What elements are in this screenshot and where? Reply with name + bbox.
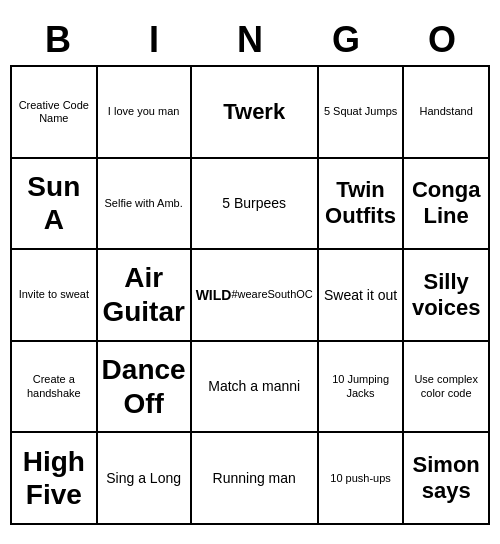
header-letter-b: B [10, 19, 106, 61]
bingo-cell-20: High Five [12, 433, 98, 525]
bingo-header: BINGO [10, 19, 490, 61]
bingo-cell-1: I love you man [98, 67, 192, 159]
bingo-cell-19: Use complex color code [404, 342, 490, 434]
bingo-cell-21: Sing a Long [98, 433, 192, 525]
bingo-cell-8: Twin Outfits [319, 159, 405, 251]
bingo-cell-0: Creative Code Name [12, 67, 98, 159]
header-letter-n: N [202, 19, 298, 61]
bingo-cell-16: Dance Off [98, 342, 192, 434]
bingo-cell-13: Sweat it out [319, 250, 405, 342]
bingo-card: BINGO Creative Code NameI love you manTw… [10, 19, 490, 525]
bingo-cell-4: Handstand [404, 67, 490, 159]
bingo-cell-12: WILD#weareSouthOC [192, 250, 319, 342]
bingo-cell-23: 10 push-ups [319, 433, 405, 525]
bingo-cell-2: Twerk [192, 67, 319, 159]
bingo-cell-11: Air Guitar [98, 250, 192, 342]
bingo-grid: Creative Code NameI love you manTwerk5 S… [10, 65, 490, 525]
bingo-cell-3: 5 Squat Jumps [319, 67, 405, 159]
bingo-cell-17: Match a manni [192, 342, 319, 434]
bingo-cell-5: Sun A [12, 159, 98, 251]
bingo-cell-9: Conga Line [404, 159, 490, 251]
bingo-cell-15: Create a handshake [12, 342, 98, 434]
bingo-cell-10: Invite to sweat [12, 250, 98, 342]
bingo-cell-24: Simon says [404, 433, 490, 525]
bingo-cell-6: Selfie with Amb. [98, 159, 192, 251]
bingo-cell-18: 10 Jumping Jacks [319, 342, 405, 434]
header-letter-i: I [106, 19, 202, 61]
bingo-cell-22: Running man [192, 433, 319, 525]
bingo-cell-14: Silly voices [404, 250, 490, 342]
header-letter-o: O [394, 19, 490, 61]
bingo-cell-7: 5 Burpees [192, 159, 319, 251]
header-letter-g: G [298, 19, 394, 61]
